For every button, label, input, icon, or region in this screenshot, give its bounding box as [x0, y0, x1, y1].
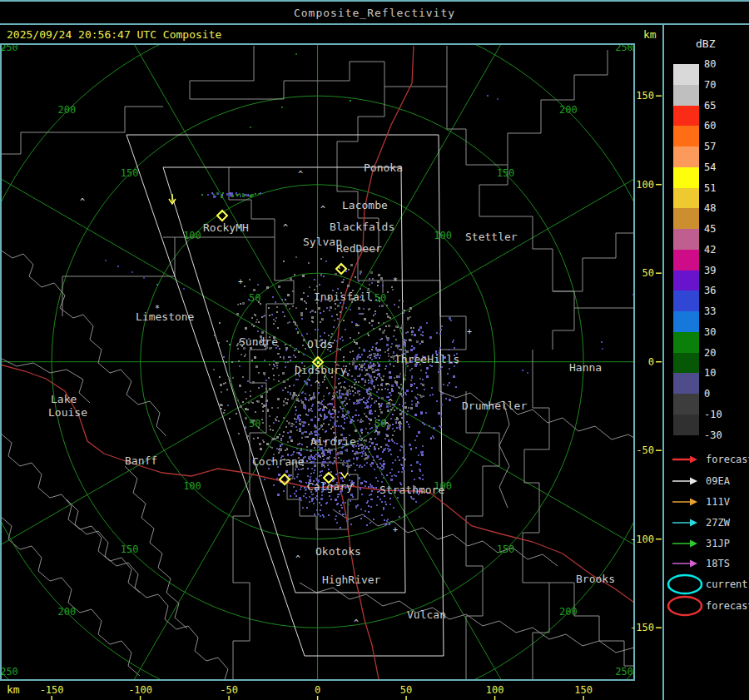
echo-pixel	[310, 454, 312, 456]
echo-pixel	[301, 392, 303, 394]
echo-pixel	[340, 382, 341, 384]
echo-pixel	[389, 392, 391, 394]
colorbar-edge-label: 48	[704, 202, 716, 214]
echo-pixel	[414, 383, 415, 385]
echo-pixel	[306, 333, 308, 335]
city-label-louise: Louise	[48, 406, 87, 419]
echo-pixel	[307, 295, 309, 297]
echo-pixel	[373, 519, 374, 520]
echo-pixel	[404, 406, 407, 409]
echo-pixel	[401, 471, 403, 473]
echo-pixel	[415, 405, 418, 407]
echo-pixel	[248, 402, 250, 404]
station-marker: *	[393, 276, 398, 285]
echo-pixel	[297, 417, 300, 420]
echo-pixel	[320, 275, 322, 276]
colorbar-chip-20	[673, 353, 699, 374]
echo-pixel	[301, 318, 303, 320]
echo-pixel	[267, 409, 269, 410]
echo-pixel	[352, 416, 354, 418]
echo-pixel	[304, 300, 305, 302]
echo-pixel	[410, 448, 412, 449]
echo-pixel	[340, 386, 342, 388]
echo-pixel	[399, 373, 401, 375]
echo-pixel	[295, 53, 297, 55]
echo-pixel	[305, 497, 307, 499]
city-label-stettler: Stettler	[465, 231, 518, 243]
echo-pixel	[602, 348, 603, 350]
echo-pixel	[340, 406, 341, 408]
echo-pixel	[273, 323, 275, 325]
echo-pixel	[262, 406, 264, 408]
echo-pixel	[359, 438, 360, 439]
echo-pixel	[352, 450, 354, 452]
echo-pixel	[335, 449, 336, 450]
echo-pixel	[369, 374, 370, 375]
echo-pixel	[345, 271, 347, 272]
echo-pixel	[360, 288, 361, 290]
y-axis-tick-label: 50	[642, 267, 654, 279]
colorbar-edge-label: -30	[704, 429, 722, 441]
echo-pixel	[316, 509, 318, 511]
echo-pixel	[411, 404, 413, 405]
legend-arrow-head	[690, 540, 697, 548]
echo-pixel	[340, 477, 343, 479]
echo-pixel	[300, 428, 301, 429]
echo-pixel	[399, 393, 402, 395]
echo-pixel	[301, 437, 303, 439]
echo-pixel	[373, 328, 374, 330]
echo-pixel	[318, 454, 320, 457]
echo-pixel	[376, 391, 378, 393]
echo-pixel	[117, 266, 119, 267]
echo-pixel	[228, 195, 230, 196]
echo-pixel	[411, 375, 413, 377]
echo-pixel	[369, 387, 370, 389]
echo-pixel	[369, 393, 371, 395]
echo-pixel	[313, 395, 315, 396]
echo-pixel	[319, 410, 320, 411]
echo-pixel	[245, 391, 246, 393]
echo-pixel	[318, 392, 320, 394]
echo-pixel	[340, 338, 341, 340]
city-label-strathmore: Strathmore	[379, 484, 444, 496]
ring-label-200: 200	[58, 606, 77, 618]
echo-pixel	[347, 410, 349, 412]
echo-pixel	[333, 395, 335, 398]
colorbar-edge-label: 36	[704, 285, 716, 296]
echo-pixel	[296, 448, 298, 449]
echo-pixel	[244, 285, 246, 287]
echo-pixel	[320, 509, 321, 511]
echo-pixel	[255, 411, 256, 413]
echo-pixel	[350, 351, 351, 353]
legend-label-31JP: 31JP	[706, 538, 730, 549]
echo-pixel	[225, 382, 226, 384]
echo-pixel	[339, 395, 341, 398]
echo-pixel	[290, 345, 291, 346]
echo-pixel	[335, 308, 336, 310]
echo-pixel	[365, 485, 366, 487]
echo-pixel	[265, 400, 268, 402]
echo-pixel	[394, 442, 395, 444]
echo-pixel	[341, 453, 343, 454]
echo-pixel	[229, 192, 231, 195]
echo-pixel	[331, 333, 333, 335]
echo-pixel	[392, 440, 394, 442]
echo-pixel	[337, 454, 339, 455]
colorbar-chip-45	[673, 229, 699, 250]
echo-pixel	[301, 421, 303, 423]
echo-pixel	[386, 520, 388, 522]
echo-pixel	[419, 326, 422, 329]
echo-pixel	[268, 377, 270, 379]
echo-pixel	[301, 444, 303, 445]
azimuth-spoke-300	[318, 0, 551, 362]
echo-pixel	[336, 391, 338, 393]
radar-app-window: { "title": "Composite_Reflectivity", "ti…	[0, 0, 749, 700]
echo-pixel	[375, 444, 377, 445]
echo-pixel	[342, 340, 344, 341]
echo-pixel	[260, 395, 263, 398]
echo-pixel	[365, 428, 367, 429]
echo-pixel	[307, 475, 309, 477]
echo-pixel	[370, 271, 373, 274]
echo-pixel	[365, 381, 366, 383]
echo-pixel	[409, 310, 410, 312]
